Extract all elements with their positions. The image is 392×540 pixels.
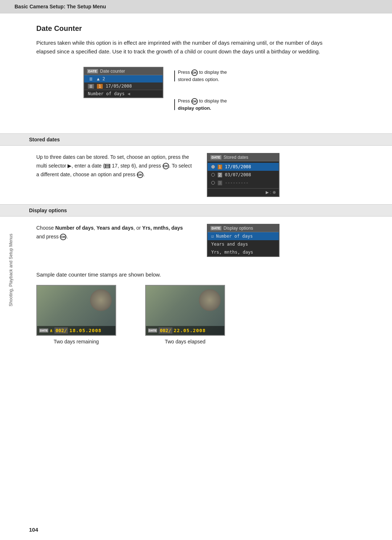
stored-dates-rows: 1 17/05/2008 2 03/07/2008 3 --------- xyxy=(208,161,279,188)
page-number: 104 xyxy=(29,527,38,533)
callout-2: Press OK to display thedisplay option. xyxy=(174,97,227,112)
main-content: Date Counter Pictures taken while this o… xyxy=(0,13,392,133)
dcs-row-3: Number of days ◀ xyxy=(84,90,163,97)
sample-intro: Sample date counter time stamps are show… xyxy=(36,271,363,278)
dcs-header: DATE Date counter xyxy=(84,68,163,75)
stored-dates-content: Up to three dates can be stored. To set,… xyxy=(0,146,392,204)
stored-dates-title: Stored dates xyxy=(29,137,60,142)
camera-image-2: DATE 002/ 22.05.2008 xyxy=(145,285,225,336)
row2-badge: ☰ xyxy=(88,84,94,89)
timestamp-overlay-2: DATE 002/ 22.05.2008 xyxy=(146,326,224,335)
display-options-rows: ☑ Number of days Years and days Yrs, mnt… xyxy=(208,232,279,256)
ok-icon-2: OK xyxy=(191,98,198,105)
display-option-3: Yrs, mnths, days xyxy=(208,248,279,256)
stored-date-row-1: 1 17/05/2008 xyxy=(208,163,279,171)
sample-caption-2: Two days elapsed xyxy=(165,339,205,344)
stored-date-1: 17/05/2008 xyxy=(225,164,251,169)
sample-item-2: DATE 002/ 22.05.2008 Two days elapsed xyxy=(145,285,225,344)
display-options-title: Display options xyxy=(29,207,67,213)
stored-date-row-3: 3 --------- xyxy=(208,179,279,187)
stored-dates-box: Stored dates xyxy=(0,133,392,146)
stored-dates-screen-title: Stored dates xyxy=(224,155,248,160)
ok-icon-1: OK xyxy=(191,69,198,76)
camera-image-1: DATE ∧ 002/ 18.05.2008 xyxy=(36,285,116,336)
callout-2-text: Press OK to display thedisplay option. xyxy=(178,97,227,112)
ts-date-1: 18.05.2008 xyxy=(69,328,101,333)
display-options-screen-header: DATE Display options xyxy=(208,225,279,232)
stored-date-row-2: 2 03/07/2008 xyxy=(208,171,279,179)
display-options-text: Choose Number of days, Years and days, o… xyxy=(36,224,192,241)
display-option-2: Years and days xyxy=(208,240,279,248)
section-title: Date Counter xyxy=(36,24,363,33)
dcs-row-2: ☰ 1 17/05/2008 xyxy=(84,82,163,90)
sample-images: DATE ∧ 002/ 18.05.2008 Two days remainin… xyxy=(36,285,363,344)
display-options-screen: DATE Display options ☑ Number of days Ye… xyxy=(207,224,279,257)
stored-dates-footer: ▶ : ⊕ xyxy=(208,188,279,196)
top-bar: Basic Camera Setup: The Setup Menu xyxy=(0,0,392,13)
stored-date-2: 03/07/2008 xyxy=(225,172,251,177)
date-icon: DATE xyxy=(87,69,98,73)
top-bar-title: Basic Camera Setup: The Setup Menu xyxy=(15,4,106,9)
page-wrapper: Basic Camera Setup: The Setup Menu Shoot… xyxy=(0,0,392,540)
date-counter-screen: DATE Date counter ☰ ▲ 2 ☰ 1 17/05/2008 xyxy=(83,67,163,98)
bold-number-of-days: Number of days xyxy=(55,225,94,231)
row2-date: 17/05/2008 xyxy=(106,84,132,89)
bold-yrs-mnths-days: Yrs, mnths, days xyxy=(142,225,183,231)
stored-dates-screen: DATE Stored dates 1 17/05/2008 2 03/07/2… xyxy=(207,153,279,197)
dcs-row-1: ☰ ▲ 2 xyxy=(84,75,163,82)
stored-dates-text: Up to three dates can be stored. To set,… xyxy=(36,153,192,179)
row1-num: 2 xyxy=(102,76,105,81)
date-counter-screen-wrapper: DATE Date counter ☰ ▲ 2 ☰ 1 17/05/2008 xyxy=(83,67,163,98)
bold-years-and-days: Years and days xyxy=(97,225,134,231)
sample-caption-1: Two days remaining xyxy=(54,339,99,344)
sample-section: Sample date counter time stamps are show… xyxy=(0,264,392,363)
callout-1-text: Press OK to display thestored dates opti… xyxy=(178,69,227,83)
callout-1: Press OK to display thestored dates opti… xyxy=(174,69,227,83)
row1-badge: ☰ xyxy=(88,77,94,81)
callout-container: Press OK to display thestored dates opti… xyxy=(174,69,227,112)
intro-text: Pictures taken while this option is in e… xyxy=(36,39,334,56)
stored-date-3: --------- xyxy=(225,180,249,185)
diagram-area: DATE Date counter ☰ ▲ 2 ☰ 1 17/05/2008 xyxy=(36,67,363,112)
row3-label: Number of days xyxy=(88,91,124,96)
stored-dates-header: DATE Stored dates xyxy=(208,154,279,161)
sample-item-1: DATE ∧ 002/ 18.05.2008 Two days remainin… xyxy=(36,285,116,344)
display-options-box: Display options xyxy=(0,204,392,217)
ts-date-2: 22.05.2008 xyxy=(174,328,206,333)
display-options-content: Choose Number of days, Years and days, o… xyxy=(0,217,392,264)
display-options-screen-title: Display options xyxy=(224,226,253,231)
sidebar-text: Shooting, Playback and Setup Menus xyxy=(8,234,13,306)
display-option-1: ☑ Number of days xyxy=(208,232,279,240)
dcs-title: Date counter xyxy=(100,69,125,74)
timestamp-overlay-1: DATE ∧ 002/ 18.05.2008 xyxy=(37,326,115,335)
